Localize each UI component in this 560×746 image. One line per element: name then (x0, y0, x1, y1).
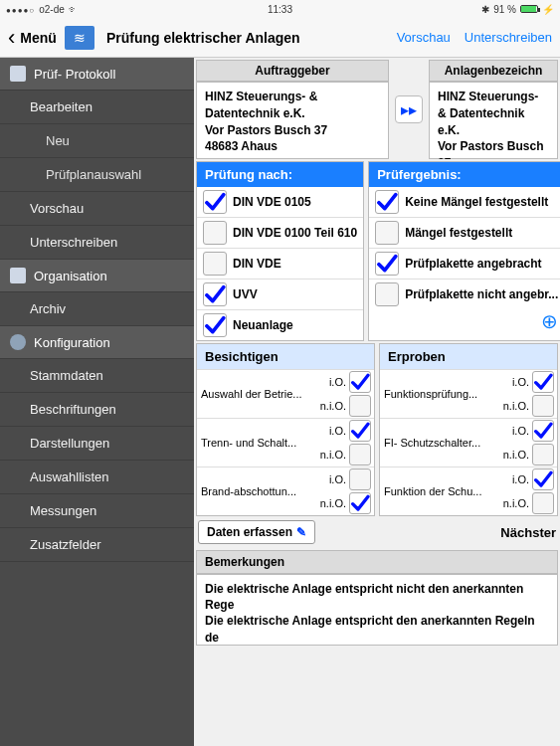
erproben-row: Funktion der Schu...i.O.n.i.O. (380, 466, 557, 515)
gear-icon (10, 334, 26, 350)
checkbox[interactable] (532, 371, 554, 393)
carrier-label: o2-de (39, 4, 65, 15)
sidebar-section-protokoll[interactable]: Prüf- Protokoll (0, 58, 194, 91)
checkbox[interactable] (349, 371, 371, 393)
checkbox[interactable] (203, 190, 227, 214)
ergebnis-row[interactable]: Prüfplakette nicht angebr... (369, 279, 560, 309)
checkbox[interactable] (375, 190, 399, 214)
besichtigen-label: Auswahl der Betrie... (197, 370, 313, 418)
ergebnis-row[interactable]: Mängel festgestellt (369, 217, 560, 248)
pruefung-panel: Prüfung nach: DIN VDE 0105DIN VDE 0100 T… (196, 161, 364, 341)
app-logo-icon: ≋ (65, 26, 94, 50)
checkbox[interactable] (203, 282, 227, 306)
ergebnis-label: Keine Mängel festgestellt (405, 195, 558, 209)
erproben-header: Erproben (380, 344, 557, 369)
nio-label: n.i.O. (499, 449, 529, 461)
checkbox[interactable] (375, 282, 399, 306)
content: Auftraggeber HINZ Steuerungs- & Datentec… (194, 58, 560, 746)
io-label: i.O. (316, 425, 346, 437)
sidebar-item-zusatzfelder[interactable]: Zusatzfelder (0, 528, 194, 562)
sidebar-item-vorschau[interactable]: Vorschau (0, 192, 194, 226)
pruefung-row[interactable]: DIN VDE (197, 248, 363, 279)
sidebar-item-stammdaten[interactable]: Stammdaten (0, 359, 194, 393)
nio-label: n.i.O. (316, 400, 346, 412)
ergebnis-label: Prüfplakette angebracht (405, 257, 558, 271)
sidebar-item-auswahllisten[interactable]: Auswahllisten (0, 461, 194, 494)
pencil-icon: ✎ (296, 525, 306, 539)
sidebar-sub-pruefplan[interactable]: Prüfplanauswahl (0, 158, 194, 192)
erproben-label: Funktionsprüfung... (380, 370, 496, 418)
checkbox[interactable] (349, 395, 371, 417)
pruefung-label: Neuanlage (233, 318, 357, 332)
ergebnis-row[interactable]: Keine Mängel festgestellt (369, 187, 560, 217)
document-icon (10, 66, 26, 82)
facility-card[interactable]: HINZ Steuerungs- & Datentechnik e.K. Vor… (429, 82, 558, 159)
remarks-header: Bemerkungen (196, 550, 558, 574)
pruefung-label: UVV (233, 287, 357, 301)
sidebar-section-organisation[interactable]: Organisation (0, 260, 194, 292)
checkbox[interactable] (349, 492, 371, 514)
ergebnis-row[interactable]: Prüfplakette angebracht (369, 248, 560, 279)
besichtigen-row: Auswahl der Betrie...i.O.n.i.O. (197, 369, 374, 418)
pruefung-row[interactable]: DIN VDE 0105 (197, 187, 363, 217)
checkbox[interactable] (532, 468, 554, 490)
clock: 11:33 (268, 4, 292, 15)
remarks-body[interactable]: Die elektrische Anlage entspricht nicht … (196, 574, 558, 646)
checkbox[interactable] (349, 420, 371, 442)
checkbox[interactable] (349, 468, 371, 490)
erproben-label: FI- Schutzschalter... (380, 419, 496, 466)
checkbox[interactable] (203, 313, 227, 337)
sidebar-item-darstellungen[interactable]: Darstellungen (0, 427, 194, 461)
checkbox[interactable] (532, 420, 554, 442)
pruefung-row[interactable]: Neuanlage (197, 309, 363, 340)
sidebar-item-bearbeiten[interactable]: Bearbeiten (0, 91, 194, 124)
io-label: i.O. (316, 473, 346, 485)
sidebar-section-konfiguration[interactable]: Konfiguration (0, 326, 194, 359)
nio-label: n.i.O. (316, 497, 346, 509)
next-button[interactable]: Nächster (500, 525, 556, 540)
sidebar: Prüf- Protokoll Bearbeiten Neu Prüfplana… (0, 58, 194, 746)
checkbox[interactable] (349, 444, 371, 466)
client-card[interactable]: HINZ Steuerungs- & Datentechnik e.K. Vor… (196, 82, 389, 159)
checkbox[interactable] (532, 395, 554, 417)
sidebar-item-unterschreiben[interactable]: Unterschreiben (0, 226, 194, 260)
signal-dots-icon (6, 4, 35, 15)
pruefung-row[interactable]: DIN VDE 0100 Teil 610 (197, 217, 363, 248)
copy-arrow-button[interactable]: ▸▸ (395, 95, 423, 123)
sidebar-item-beschriftungen[interactable]: Beschriftungen (0, 393, 194, 427)
io-label: i.O. (499, 473, 529, 485)
ergebnis-panel: Prüfergebnis: Keine Mängel festgestelltM… (368, 161, 560, 341)
besichtigen-row: Brand-abschottun...i.O.n.i.O. (197, 466, 374, 515)
status-bar: o2-de ᯤ 11:33 ✱ 91 % ⚡ (0, 0, 560, 18)
erproben-row: Funktionsprüfung...i.O.n.i.O. (380, 369, 557, 418)
io-label: i.O. (499, 376, 529, 388)
sidebar-sub-neu[interactable]: Neu (0, 124, 194, 158)
nio-label: n.i.O. (499, 497, 529, 509)
besichtigen-label: Brand-abschottun... (197, 467, 313, 515)
sign-button[interactable]: Unterschreiben (465, 30, 552, 45)
client-header: Auftraggeber (196, 60, 389, 82)
daten-erfassen-button[interactable]: Daten erfassen ✎ (198, 520, 315, 544)
checkbox[interactable] (203, 252, 227, 276)
charging-icon: ⚡ (542, 4, 554, 15)
checkbox[interactable] (375, 221, 399, 245)
sidebar-item-archiv[interactable]: Archiv (0, 292, 194, 326)
pruefung-label: DIN VDE 0100 Teil 610 (233, 226, 357, 240)
ergebnis-header: Prüfergebnis: (369, 162, 560, 187)
calendar-icon (10, 268, 26, 283)
checkbox[interactable] (532, 444, 554, 466)
checkbox[interactable] (532, 492, 554, 514)
menu-button[interactable]: Menü (8, 30, 57, 46)
preview-button[interactable]: Vorschau (397, 30, 451, 45)
besichtigen-header: Besichtigen (197, 344, 374, 369)
checkbox[interactable] (203, 221, 227, 245)
battery-icon (520, 5, 538, 13)
page-title: Prüfung elektrischer Anlagen (106, 30, 389, 46)
pruefung-header: Prüfung nach: (197, 162, 363, 187)
nio-label: n.i.O. (316, 449, 346, 461)
pruefung-row[interactable]: UVV (197, 279, 363, 309)
add-result-button[interactable]: ⊕ (369, 309, 560, 333)
checkbox[interactable] (375, 252, 399, 276)
sidebar-item-messungen[interactable]: Messungen (0, 494, 194, 528)
erproben-panel: Erproben Funktionsprüfung...i.O.n.i.O.FI… (379, 343, 558, 516)
